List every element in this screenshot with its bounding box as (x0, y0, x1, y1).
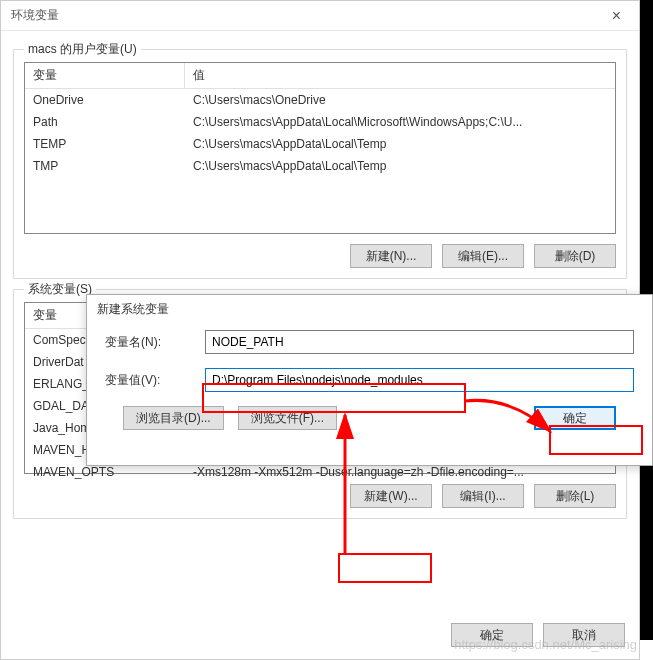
system-delete-button[interactable]: 删除(L) (534, 484, 616, 508)
user-delete-button[interactable]: 删除(D) (534, 244, 616, 268)
table-row[interactable]: TEMPC:\Users\macs\AppData\Local\Temp (25, 133, 615, 155)
table-row[interactable]: TMPC:\Users\macs\AppData\Local\Temp (25, 155, 615, 177)
var-name-row: 变量名(N): (105, 330, 634, 354)
new-system-var-dialog: 新建系统变量 变量名(N): 变量值(V): 浏览目录(D)... 浏览文件(F… (86, 294, 653, 466)
window-title: 环境变量 (11, 7, 59, 24)
user-vars-buttons: 新建(N)... 编辑(E)... 删除(D) (24, 244, 616, 268)
system-edit-button[interactable]: 编辑(I)... (442, 484, 524, 508)
user-edit-button[interactable]: 编辑(E)... (442, 244, 524, 268)
var-value-label: 变量值(V): (105, 372, 205, 389)
user-vars-section: macs 的用户变量(U) 变量 值 OneDriveC:\Users\macs… (13, 49, 627, 279)
user-vars-body: OneDriveC:\Users\macs\OneDrive PathC:\Us… (25, 89, 615, 177)
user-vars-table[interactable]: 变量 值 OneDriveC:\Users\macs\OneDrive Path… (24, 62, 616, 234)
browse-file-button[interactable]: 浏览文件(F)... (238, 406, 337, 430)
table-row[interactable]: OneDriveC:\Users\macs\OneDrive (25, 89, 615, 111)
col-value: 值 (185, 63, 615, 88)
dialog-body: 变量名(N): 变量值(V): 浏览目录(D)... 浏览文件(F)... 确定 (87, 324, 652, 440)
dialog-title: 新建系统变量 (87, 295, 652, 324)
table-header: 变量 值 (25, 63, 615, 89)
var-value-input[interactable] (205, 368, 634, 392)
titlebar: 环境变量 × (1, 1, 639, 31)
dialog-buttons: 浏览目录(D)... 浏览文件(F)... 确定 (105, 406, 634, 430)
system-vars-buttons: 新建(W)... 编辑(I)... 删除(L) (24, 484, 616, 508)
user-vars-label: macs 的用户变量(U) (24, 41, 141, 58)
dialog-ok-button[interactable]: 确定 (534, 406, 616, 430)
user-new-button[interactable]: 新建(N)... (350, 244, 432, 268)
col-variable: 变量 (25, 63, 185, 88)
system-new-button[interactable]: 新建(W)... (350, 484, 432, 508)
var-name-input[interactable] (205, 330, 634, 354)
var-value-row: 变量值(V): (105, 368, 634, 392)
watermark: https://blog.csdn.net/Mc_arising (454, 637, 637, 652)
table-row[interactable]: PathC:\Users\macs\AppData\Local\Microsof… (25, 111, 615, 133)
browse-dir-button[interactable]: 浏览目录(D)... (123, 406, 224, 430)
close-icon[interactable]: × (604, 5, 629, 27)
var-name-label: 变量名(N): (105, 334, 205, 351)
